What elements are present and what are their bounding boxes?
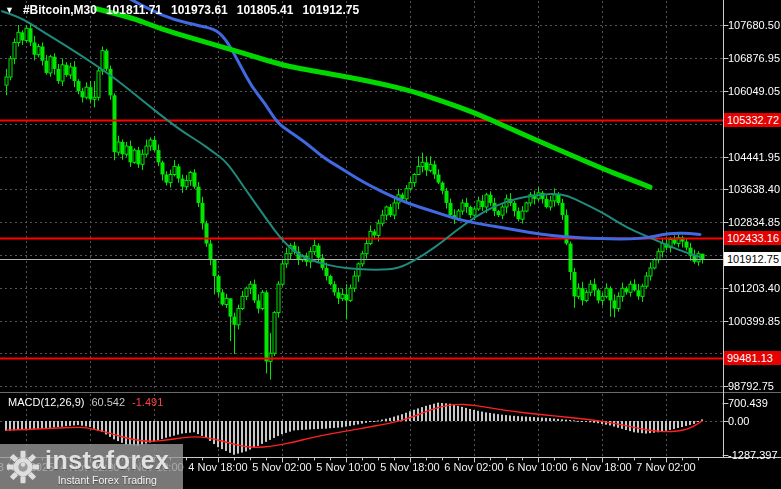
macd-name: MACD(12,26,9) <box>8 396 84 408</box>
macd-indicator-label: MACD(12,26,9) 60.542 -1.491 <box>8 396 163 408</box>
instaforex-watermark: instaforex Instant Forex Trading <box>0 444 183 489</box>
watermark-brand: instaforex <box>45 448 169 473</box>
mt4-chart-window: ▼ #Bitcoin,M30 101811.71 101973.61 10180… <box>0 0 781 489</box>
ohlc-close: 101912.75 <box>302 3 359 17</box>
macd-value: 60.542 <box>91 396 125 408</box>
watermark-tagline: Instant Forex Trading <box>45 475 169 486</box>
ohlc-low: 101805.41 <box>237 3 294 17</box>
symbol-dropdown-icon[interactable]: ▼ <box>5 5 14 15</box>
instaforex-gear-icon <box>6 450 40 484</box>
macd-signal-value: -1.491 <box>132 396 163 408</box>
symbol-period-label: #Bitcoin,M30 <box>23 3 97 17</box>
ohlc-open: 101811.71 <box>106 3 162 17</box>
chart-canvas[interactable] <box>0 0 781 489</box>
ohlc-high: 101973.61 <box>171 3 228 17</box>
chart-title: ▼ #Bitcoin,M30 101811.71 101973.61 10180… <box>5 3 359 17</box>
